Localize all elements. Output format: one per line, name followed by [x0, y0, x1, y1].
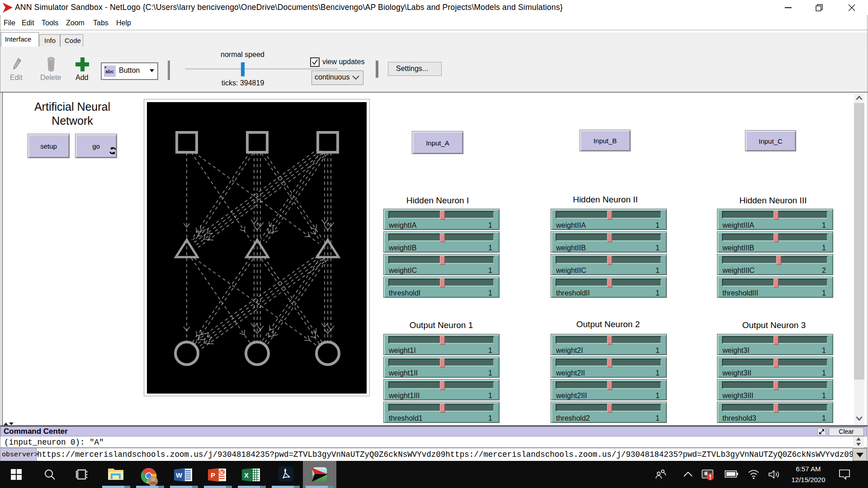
svg-text:X: X [244, 471, 249, 479]
svg-text:P: P [211, 471, 215, 479]
svg-text:W: W [176, 471, 183, 479]
